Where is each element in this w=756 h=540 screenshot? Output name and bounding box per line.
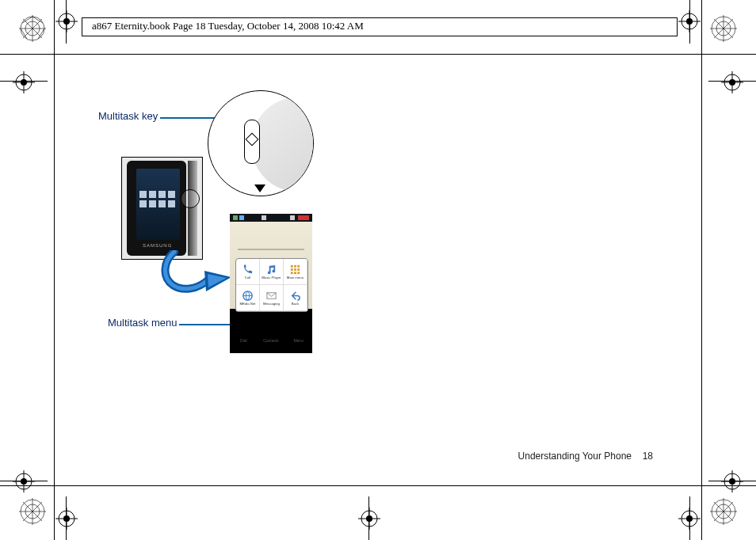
svg-rect-73 <box>294 272 296 274</box>
popup-item-call: Call <box>236 259 260 285</box>
softkey-center: Contacts <box>258 336 285 353</box>
crop-rule <box>708 81 756 82</box>
registration-mark-icon <box>710 15 737 42</box>
running-header-text: a867 Eternity.book Page 18 Tuesday, Octo… <box>92 20 364 32</box>
leader-line <box>179 324 236 325</box>
crop-rule <box>368 496 369 540</box>
multitask-menu-popup: Call Music Player Main menu MEdia Net Me… <box>235 258 308 312</box>
svg-rect-69 <box>291 268 293 271</box>
svg-rect-68 <box>297 265 300 268</box>
crosshair-icon <box>358 508 380 530</box>
popup-item-mainmenu: Main menu <box>284 259 307 285</box>
label-multitask-menu: Multitask menu <box>108 317 177 329</box>
crop-rule <box>689 0 690 44</box>
home-icons <box>139 191 176 207</box>
phone-side-edge <box>188 161 197 256</box>
figure-phone-screenshot: Call Music Player Main menu MEdia Net Me… <box>230 214 312 353</box>
crop-rule <box>0 481 48 481</box>
crop-rule <box>0 54 756 55</box>
svg-rect-70 <box>294 268 296 271</box>
popup-item-label: Main menu <box>287 276 304 280</box>
registration-mark-icon <box>19 498 46 525</box>
figure-phone-front: SAMSUNG <box>121 157 203 260</box>
crosshair-icon <box>721 71 743 93</box>
svg-rect-72 <box>291 272 293 274</box>
popup-item-label: Call <box>245 276 250 280</box>
popup-item-label: Back <box>292 302 300 306</box>
crosshair-icon <box>55 10 78 32</box>
label-multitask-key: Multitask key <box>98 110 158 122</box>
softkey-bar: Dial Contacts Menu <box>230 336 312 353</box>
crop-rule <box>66 0 67 44</box>
crosshair-icon <box>13 470 35 492</box>
svg-rect-74 <box>297 272 300 274</box>
svg-rect-71 <box>297 268 300 271</box>
press-arrow-icon <box>254 184 265 192</box>
footer-section-title: Understanding Your Phone <box>518 451 632 462</box>
crosshair-icon <box>13 71 35 93</box>
crosshair-icon <box>721 470 743 492</box>
crop-rule <box>0 81 48 82</box>
popup-item-label: Music Player <box>262 276 281 280</box>
crop-rule <box>66 496 67 540</box>
popup-item-music: Music Player <box>260 259 284 285</box>
popup-item-label: MEdia Net <box>239 302 255 306</box>
crop-rule <box>0 485 756 486</box>
footer-page-number: 18 <box>643 451 653 462</box>
phone-body: SAMSUNG <box>127 161 186 256</box>
status-bar <box>230 214 312 222</box>
crop-rule <box>689 496 690 540</box>
registration-mark-icon <box>19 15 46 42</box>
crop-rule <box>701 0 702 540</box>
popup-item-messaging: Messaging <box>260 285 284 311</box>
zoom-indicator-icon <box>181 189 200 208</box>
softkey-left: Dial <box>230 336 258 353</box>
crop-rule <box>708 481 756 481</box>
svg-rect-66 <box>291 265 293 268</box>
softkey-right: Menu <box>284 336 312 353</box>
brand-label: SAMSUNG <box>143 243 172 248</box>
popup-item-medianet: MEdia Net <box>236 285 260 311</box>
multitask-key-icon <box>244 120 260 164</box>
svg-rect-67 <box>294 265 296 268</box>
crosshair-icon <box>55 508 78 530</box>
arrow-swoosh-icon <box>158 250 234 295</box>
manual-page: a867 Eternity.book Page 18 Tuesday, Octo… <box>0 0 756 540</box>
registration-mark-icon <box>710 498 737 525</box>
figure-zoom-multitask-key <box>208 90 314 196</box>
popup-item-back: Back <box>284 285 307 311</box>
popup-item-label: Messaging <box>263 302 280 306</box>
crop-rule <box>54 0 55 540</box>
